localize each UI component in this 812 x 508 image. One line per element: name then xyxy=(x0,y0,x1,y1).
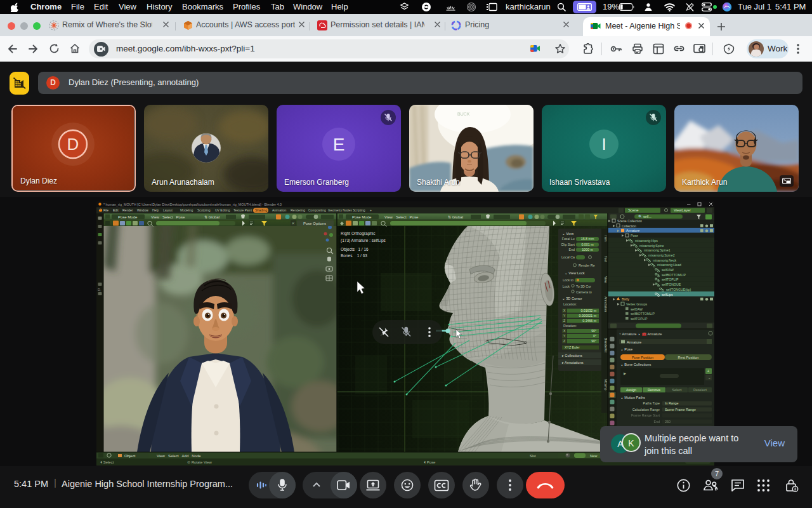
svg-text:Select: Select xyxy=(672,388,682,392)
svg-text:Layout: Layout xyxy=(163,208,173,212)
svg-text:View Select Pose: View Select Pose xyxy=(151,215,185,219)
svg-text:BlenderKit: BlenderKit xyxy=(604,338,608,353)
svg-text:View Select Add Node: View Select Add Node xyxy=(157,454,201,458)
svg-text:1000 m: 1000 m xyxy=(582,248,593,251)
svg-text:Z: Z xyxy=(563,339,565,343)
svg-text:View Select Pose: View Select Pose xyxy=(384,215,419,219)
svg-text:Right Orthographic: Right Orthographic xyxy=(341,231,376,236)
svg-text:mixamorig:Spine1: mixamorig:Spine1 xyxy=(644,248,671,252)
svg-text:⌄ View: ⌄ View xyxy=(562,232,574,236)
svg-text:Rest Position: Rest Position xyxy=(678,356,699,359)
svg-text:15.8 mm: 15.8 mm xyxy=(581,237,594,241)
svg-text:Lock: Lock xyxy=(563,284,570,288)
svg-text:Annotation: Annotation xyxy=(604,297,608,312)
svg-text:Objects 1 / 16: Objects 1 / 16 xyxy=(341,247,369,252)
svg-text:⌄ 3D Cursor: ⌄ 3D Cursor xyxy=(562,297,582,300)
svg-text:View: View xyxy=(604,276,608,283)
svg-text:E: E xyxy=(333,135,345,154)
svg-text:90°: 90° xyxy=(591,329,596,333)
svg-text:Calculation Range: Calculation Range xyxy=(632,408,660,411)
svg-text:⌄ Pose: ⌄ Pose xyxy=(620,347,632,351)
svg-text:New: New xyxy=(590,454,598,458)
svg-text:End: End xyxy=(654,420,660,424)
svg-text:mixamorig:Spine2: mixamorig:Spine2 xyxy=(648,253,675,257)
svg-text:Vertex Groups: Vertex Groups xyxy=(626,302,648,306)
svg-text:Rendering: Rendering xyxy=(291,208,305,212)
svg-text:selfBOTTOMLIP: selfBOTTOMLIP xyxy=(631,312,655,316)
svg-text:+: + xyxy=(370,208,372,212)
svg-text:BUCK: BUCK xyxy=(457,112,470,116)
svg-text:Frame Range Start: Frame Range Start xyxy=(631,413,660,417)
svg-text:File: File xyxy=(103,208,108,212)
svg-text:mixamorig:Hips: mixamorig:Hips xyxy=(635,239,658,243)
svg-text:🞨 Armature ▸ 🧰 Armature: 🞨 Armature ▸ 🧰 Armature xyxy=(619,331,662,337)
svg-text:+: + xyxy=(707,369,710,373)
svg-text:Help: Help xyxy=(152,208,159,212)
svg-text:End: End xyxy=(569,248,575,251)
svg-text:Pose Options: Pose Options xyxy=(303,222,326,225)
svg-text:Rotation:: Rotation: xyxy=(563,324,577,328)
svg-text:0.3466 m: 0.3466 m xyxy=(582,319,596,323)
svg-text:Geometry Nodes: Geometry Nodes xyxy=(328,208,352,212)
svg-text:✕: ✕ xyxy=(292,222,295,225)
svg-text:Scene: Scene xyxy=(628,208,638,212)
svg-text:Scene Collection: Scene Collection xyxy=(617,219,642,223)
svg-text:UV Editing: UV Editing xyxy=(215,208,230,212)
svg-text:Remove: Remove xyxy=(648,388,660,392)
svg-text:0.01632 m: 0.01632 m xyxy=(580,309,596,312)
svg-text:Body: Body xyxy=(622,297,629,301)
svg-text:D: D xyxy=(67,135,79,154)
svg-text:Edit: Edit xyxy=(113,208,119,212)
svg-text:D,: D, xyxy=(98,288,102,291)
svg-text:mixamorig:Head: mixamorig:Head xyxy=(657,263,681,267)
svg-text:selfJAW: selfJAW xyxy=(631,307,643,311)
svg-text:selfTOPLIP: selfTOPLIP xyxy=(631,317,648,321)
svg-text:Slot: Slot xyxy=(530,454,536,458)
svg-text:Shading: Shading xyxy=(255,208,267,212)
svg-text:⏴ Pose: ⏴ Pose xyxy=(424,460,436,464)
svg-text:0.001 m: 0.001 m xyxy=(581,243,594,246)
svg-text:250: 250 xyxy=(665,420,671,424)
svg-text:Clip Start: Clip Start xyxy=(561,243,575,246)
svg-text:Deselect: Deselect xyxy=(693,388,707,392)
svg-text:▸ Collections: ▸ Collections xyxy=(562,354,582,358)
svg-text:Armature: Armature xyxy=(626,229,639,232)
svg-text:⌄ Motion Paths: ⌄ Motion Paths xyxy=(620,396,645,399)
svg-text:MCamp: MCamp xyxy=(604,379,608,391)
svg-text:Location:: Location: xyxy=(563,302,577,306)
svg-text:Assign: Assign xyxy=(626,388,636,392)
svg-text:selfJAW: selfJAW xyxy=(662,268,674,272)
svg-text:Camera to: Camera to xyxy=(576,290,592,294)
svg-text:selfTONGUE: selfTONGUE xyxy=(662,283,681,286)
svg-text:I: I xyxy=(601,135,606,154)
svg-text:* human_rig_MOUTH [C:\Users\Dy: * human_rig_MOUTH [C:\Users\Dylan Diez\D… xyxy=(103,203,282,206)
svg-text:To 3D Cur: To 3D Cur xyxy=(576,284,591,288)
svg-text:Z: Z xyxy=(563,319,565,323)
svg-text:⌄ Bone Collections: ⌄ Bone Collections xyxy=(620,363,651,366)
svg-text:0°: 0° xyxy=(593,334,596,338)
svg-text:Item: Item xyxy=(604,236,608,242)
svg-text:⏴ Select: ⏴ Select xyxy=(100,460,114,464)
svg-text:Compositing: Compositing xyxy=(308,208,326,212)
svg-text:ViewLayer: ViewLayer xyxy=(674,208,691,212)
svg-text:⇅ Global: ⇅ Global xyxy=(448,215,463,219)
svg-text:🔍 self...: 🔍 self... xyxy=(638,215,652,219)
svg-text:Collection: Collection xyxy=(622,224,636,228)
svg-text:Pose Mode: Pose Mode xyxy=(118,215,138,219)
svg-text:Pose Position: Pose Position xyxy=(632,356,653,359)
svg-text:Bones 1 / 63: Bones 1 / 63 xyxy=(341,253,367,258)
svg-text:selfLips: selfLips xyxy=(662,293,673,297)
svg-text:Pose Mode: Pose Mode xyxy=(352,215,372,219)
svg-text:Render Re: Render Re xyxy=(579,264,595,267)
svg-text:Render: Render xyxy=(122,208,133,212)
svg-text:mixamorig:Spine: mixamorig:Spine xyxy=(639,244,664,248)
svg-text:⌄: ⌄ xyxy=(708,375,711,380)
svg-text:mixamorig:Neck: mixamorig:Neck xyxy=(653,258,677,262)
svg-text:Animation: Animation xyxy=(272,208,286,212)
svg-text:(173) Armature : selfLips: (173) Armature : selfLips xyxy=(341,238,386,243)
svg-text:In Range: In Range xyxy=(665,401,679,405)
svg-text:Modeling: Modeling xyxy=(180,208,193,212)
svg-text:selfTONGUE(tip): selfTONGUE(tip) xyxy=(666,288,691,291)
svg-text:⊙ Rotate View: ⊙ Rotate View xyxy=(187,460,213,464)
svg-text:Sculpting: Sculpting xyxy=(197,208,211,212)
